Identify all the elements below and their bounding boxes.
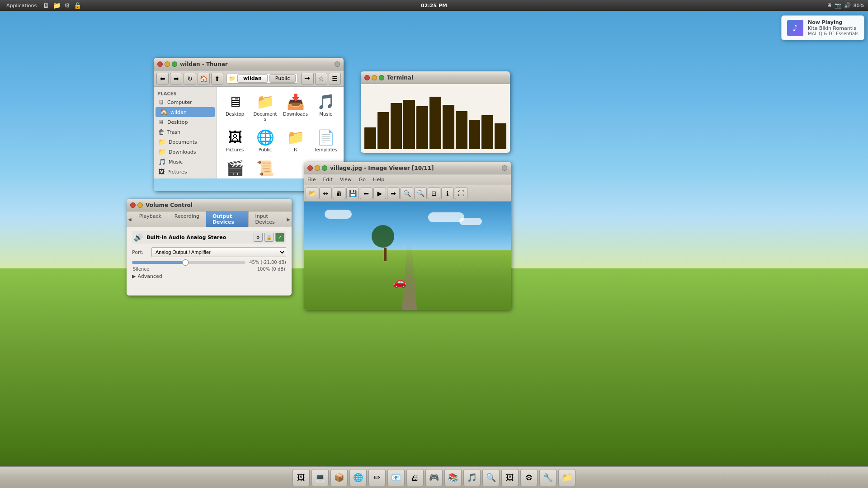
sidebar-item-music[interactable]: 🎵 Music: [154, 157, 217, 167]
vc-tab-right-arrow[interactable]: ▶: [285, 211, 292, 227]
iv-tb-open[interactable]: 📂: [306, 188, 318, 199]
iv-tb-flip[interactable]: ↔: [319, 188, 332, 199]
taskbar-icon-6[interactable]: 🖨: [406, 469, 424, 486]
terminal-close-btn[interactable]: [364, 75, 370, 80]
tb-up[interactable]: ⬆: [211, 73, 223, 84]
tb-prev[interactable]: ⬅: [156, 73, 169, 84]
vc-slider-thumb[interactable]: [182, 259, 189, 266]
vc-tab-input[interactable]: Input Devices: [249, 211, 285, 227]
panel-icon-2[interactable]: 📁: [53, 2, 61, 9]
volume-icon[interactable]: 🔊: [844, 2, 851, 9]
vc-tab-playback[interactable]: Playback: [133, 211, 168, 227]
thunar-close-btn[interactable]: [157, 61, 163, 67]
file-changesh[interactable]: 📜 change.sh: [251, 157, 279, 178]
vc-device-actions: ⚙ 🔒 ✓: [254, 233, 284, 242]
taskbar-icon-0[interactable]: 🖼: [292, 469, 310, 486]
sidebar-item-pictures[interactable]: 🖼 Pictures: [154, 167, 217, 177]
vc-port-select[interactable]: Analog Output / Amplifier: [151, 247, 286, 257]
sidebar-item-documents[interactable]: 📁 Documents: [154, 137, 217, 147]
tb-forward[interactable]: ⮕: [301, 73, 313, 84]
iv-tb-trash[interactable]: 🗑: [333, 188, 345, 199]
sidebar-item-desktop[interactable]: 🖥 Desktop: [154, 117, 217, 127]
vc-device-check-btn[interactable]: ✓: [275, 233, 284, 242]
applications-menu[interactable]: Applications: [4, 3, 39, 9]
taskbar: 🖼 💻 📦 🌐 ✏ 📧 🖨 🎮 📚 🎵 🔍 🖼 ⚙ 🔧 📁: [0, 466, 868, 488]
iv-menu-file[interactable]: File: [307, 177, 316, 183]
file-templates[interactable]: 📄 Templates: [311, 126, 340, 155]
iv-tb-zoomout[interactable]: 🔍: [414, 188, 427, 199]
sidebar-item-downloads[interactable]: 📁 Downloads: [154, 147, 217, 157]
taskbar-icon-1[interactable]: 💻: [311, 469, 329, 486]
taskbar-icon-7[interactable]: 🎮: [425, 469, 443, 486]
panel-icon-4[interactable]: 🔒: [74, 2, 81, 9]
tb-home[interactable]: 🏠: [198, 73, 210, 84]
file-desktop[interactable]: 🖥 Desktop: [221, 90, 249, 124]
file-downloads[interactable]: 📥 Downloads: [281, 90, 310, 124]
vc-device-lock-btn[interactable]: 🔒: [264, 233, 274, 242]
vc-volume-slider[interactable]: [132, 261, 245, 264]
vc-tab-left-arrow[interactable]: ◀: [127, 211, 133, 227]
sidebar-item-computer[interactable]: 🖥 Computer: [154, 97, 217, 107]
tb-view[interactable]: ☰: [329, 73, 341, 84]
panel-icon-3[interactable]: ⚙: [64, 2, 70, 9]
taskbar-icon-10[interactable]: 🔍: [482, 469, 500, 486]
location-tab-public[interactable]: Public: [269, 74, 296, 83]
terminal-min-btn[interactable]: [372, 75, 377, 80]
vc-advanced-row[interactable]: ▶ Advanced: [132, 273, 286, 279]
iv-tb-zoomin[interactable]: 🔍: [401, 188, 413, 199]
iv-menu-edit[interactable]: Edit: [323, 177, 332, 183]
vc-tab-output[interactable]: Output Devices: [206, 211, 249, 227]
iv-tb-next[interactable]: ➡: [387, 188, 400, 199]
taskbar-icon-3[interactable]: 🌐: [349, 469, 367, 486]
taskbar-icon-8[interactable]: 📚: [444, 469, 462, 486]
iv-tb-save[interactable]: 💾: [346, 188, 359, 199]
sidebar-item-trash[interactable]: 🗑 Trash: [154, 127, 217, 137]
taskbar-icon-11[interactable]: 🖼: [501, 469, 519, 486]
iv-extra-btn[interactable]: [502, 165, 507, 171]
iv-tb-prev[interactable]: ⬅: [360, 188, 373, 199]
thunar-min-btn[interactable]: [165, 61, 170, 67]
taskbar-icon-12[interactable]: ⚙: [520, 469, 538, 486]
file-documents[interactable]: 📁 Documents: [251, 90, 279, 124]
terminal-max-btn[interactable]: [379, 75, 384, 80]
iv-close-btn[interactable]: [307, 165, 313, 171]
thunar-extra-btn[interactable]: [335, 61, 340, 67]
vc-tab-recording[interactable]: Recording: [168, 211, 206, 227]
iv-tb-play[interactable]: ▶: [373, 188, 386, 199]
taskbar-icon-9[interactable]: 🎵: [463, 469, 481, 486]
vc-device-settings-btn[interactable]: ⚙: [254, 233, 263, 242]
vc-close-btn[interactable]: [130, 202, 136, 208]
vc-slider-row: 45% (-21.00 dB): [132, 260, 286, 265]
tb-bookmark[interactable]: ☆: [315, 73, 327, 84]
tb-reload[interactable]: ↻: [184, 73, 196, 84]
location-tab-wildan[interactable]: wildan: [237, 74, 268, 83]
file-videos[interactable]: 🎬 Videos: [221, 157, 249, 178]
terminal-body[interactable]: [361, 84, 510, 153]
panel-icon-1[interactable]: 🖥: [43, 2, 49, 9]
file-public[interactable]: 🌐 Public: [251, 126, 279, 155]
iv-tb-info[interactable]: ℹ: [441, 188, 454, 199]
file-label-desktop: Desktop: [226, 112, 244, 117]
top-panel: Applications 🖥 📁 ⚙ 🔒 02:25 PM 🖥 📷 🔊 80%: [0, 0, 868, 11]
iv-tb-zoomfit[interactable]: ⊡: [428, 188, 440, 199]
tb-next[interactable]: ➡: [170, 73, 182, 84]
iv-menu-help[interactable]: Help: [373, 177, 384, 183]
thunar-max-btn[interactable]: [172, 61, 177, 67]
taskbar-icon-13[interactable]: 🔧: [539, 469, 557, 486]
sidebar-item-videos[interactable]: 🎬 Videos: [154, 177, 217, 178]
taskbar-icon-5[interactable]: 📧: [387, 469, 405, 486]
iv-min-btn[interactable]: [315, 165, 320, 171]
iv-menu-view[interactable]: View: [340, 177, 352, 183]
iv-tb-fullscreen[interactable]: ⛶: [455, 188, 467, 199]
iv-max-btn[interactable]: [322, 165, 327, 171]
file-music[interactable]: 🎵 Music: [311, 90, 340, 124]
iv-menu-go[interactable]: Go: [359, 177, 366, 183]
vc-min-btn[interactable]: [137, 202, 143, 208]
sidebar-item-wildan[interactable]: 🏠 wildan: [156, 107, 215, 117]
panel-right-icon-2: 📷: [835, 2, 841, 9]
file-pictures[interactable]: 🖼 Pictures: [221, 126, 249, 155]
file-r[interactable]: 📁 R: [281, 126, 310, 155]
taskbar-icon-2[interactable]: 📦: [330, 469, 348, 486]
taskbar-icon-4[interactable]: ✏: [368, 469, 386, 486]
taskbar-icon-14[interactable]: 📁: [558, 469, 576, 486]
